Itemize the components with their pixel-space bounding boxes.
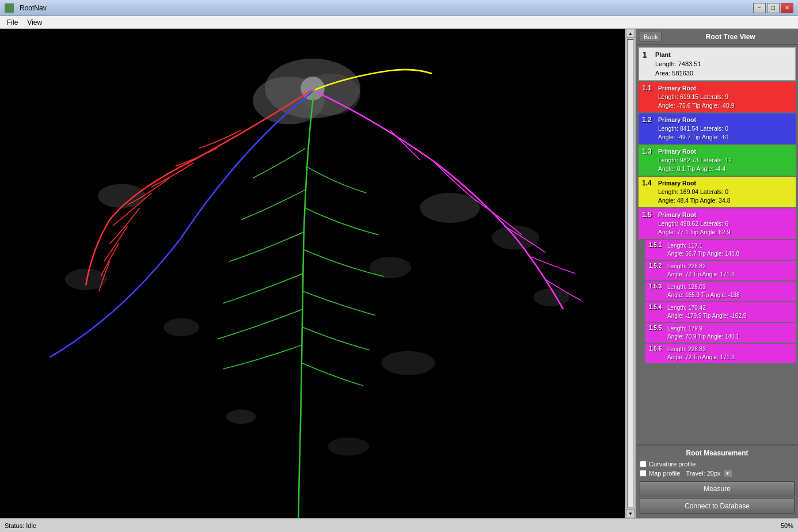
root-card-1-3[interactable]: 1.3 Primary Root Length: 982.73 Laterals… [639, 145, 796, 176]
measure-button[interactable]: Measure [640, 481, 795, 496]
minimize-button[interactable]: − [753, 3, 766, 13]
subroot-id-1-5-1: 1.5.1 [649, 242, 665, 258]
svg-point-5 [420, 193, 480, 223]
subroot-card-1-5-5[interactable]: 1.5.5 Length: 179.9 Angle: 70.9 Tip Angl… [645, 323, 796, 343]
titlebar: RootNav − □ ✕ [0, 0, 798, 16]
right-scrollbar[interactable]: ▲ ▼ [625, 29, 636, 518]
right-panel: Back Root Tree View 1 Plant Length: 7483… [636, 29, 798, 518]
subroot-info-1-5-1: Length: 117.1 Angle: 56.7 Tip Angle: 148… [667, 242, 739, 258]
plant-number: 1 [643, 50, 652, 78]
scroll-down-button[interactable]: ▼ [626, 509, 635, 518]
measurement-section: Root Measurement Curvature profile Map p… [636, 444, 798, 518]
subroot-id-1-5-6: 1.5.6 [649, 345, 665, 362]
travel-dropdown[interactable]: ▼ [723, 469, 732, 477]
app-icon [5, 3, 14, 13]
titlebar-title: RootNav [20, 4, 47, 12]
tree-view-header: Back Root Tree View [636, 29, 798, 45]
svg-point-8 [381, 351, 435, 375]
root-visualization [0, 29, 625, 518]
map-checkbox[interactable] [640, 470, 647, 477]
plant-area: Area: 581630 [655, 69, 701, 78]
root-info-1-1: Primary Root Length: 619.15 Laterals: 9 … [658, 84, 735, 110]
subroot-card-1-5-6[interactable]: 1.5.6 Length: 228.83 Angle: 72 Tip Angle… [645, 344, 796, 363]
root-id-1-3: 1.3 [642, 147, 656, 173]
curvature-row: Curvature profile [640, 461, 795, 468]
close-button[interactable]: ✕ [781, 3, 793, 13]
subroot-info-1-5-4: Length: 170.42 Angle: -179.5 Tip Angle: … [667, 304, 746, 320]
root-info-1-3: Primary Root Length: 982.73 Laterals: 12… [658, 147, 732, 173]
root-info-1-2: Primary Root Length: 841.54 Laterals: 0 … [658, 116, 729, 142]
measurement-title: Root Measurement [640, 449, 795, 457]
root-info-1-5: Primary Root Length: 498.62 Laterals: 6 … [658, 211, 731, 237]
root-id-1-5: 1.5 [642, 211, 656, 237]
map-row: Map profile Travel: 20px ▼ [640, 469, 795, 477]
plant-name: Plant [655, 50, 701, 59]
subroot-id-1-5-5: 1.5.5 [649, 325, 665, 341]
subroot-info-1-5-2: Length: 228.83 Angle: 72 Tip Angle: 171.… [667, 263, 735, 279]
back-button[interactable]: Back [640, 32, 662, 42]
connect-database-button[interactable]: Connect to Database [640, 499, 795, 514]
menu-file[interactable]: File [2, 17, 22, 28]
svg-point-7 [164, 318, 199, 336]
map-label: Map profile [649, 470, 680, 477]
subroot-card-1-5-3[interactable]: 1.5.3 Length: 126.03 Angle: 165.9 Tip An… [645, 282, 796, 301]
titlebar-left: RootNav [5, 3, 47, 13]
tree-scroll-area[interactable]: 1 Plant Length: 7483.51 Area: 581630 1.1… [636, 45, 798, 444]
scroll-up-button[interactable]: ▲ [626, 29, 635, 38]
root-card-1-2[interactable]: 1.2 Primary Root Length: 841.54 Laterals… [639, 113, 796, 144]
root-info-1-4: Primary Root Length: 169.04 Laterals: 0 … [658, 179, 731, 205]
travel-label: Travel: 20px [686, 470, 720, 477]
subroot-card-1-5-2[interactable]: 1.5.2 Length: 228.83 Angle: 72 Tip Angle… [645, 261, 796, 280]
root-id-1-1: 1.1 [642, 84, 656, 110]
plant-length: Length: 7483.51 [655, 59, 701, 69]
root-id-1-2: 1.2 [642, 116, 656, 142]
svg-point-9 [226, 409, 256, 424]
subroot-card-1-5-1[interactable]: 1.5.1 Length: 117.1 Angle: 56.7 Tip Angl… [645, 240, 796, 260]
svg-point-6 [369, 257, 411, 278]
subroot-id-1-5-3: 1.5.3 [649, 283, 665, 299]
subroot-info-1-5-6: Length: 228.83 Angle: 72 Tip Angle: 171.… [667, 345, 735, 362]
titlebar-controls: − □ ✕ [753, 3, 793, 13]
curvature-label: Curvature profile [649, 461, 696, 468]
root-card-1-5[interactable]: 1.5 Primary Root Length: 498.62 Laterals… [639, 208, 796, 239]
status-text: Status: Idle [5, 522, 36, 529]
root-card-1-4[interactable]: 1.4 Primary Root Length: 169.04 Laterals… [639, 177, 796, 207]
scroll-track[interactable] [627, 39, 634, 508]
curvature-checkbox[interactable] [640, 461, 647, 468]
subroot-info-1-5-5: Length: 179.9 Angle: 70.9 Tip Angle: 140… [667, 325, 739, 341]
root-card-1-1[interactable]: 1.1 Primary Root Length: 619.15 Laterals… [639, 82, 796, 112]
subroot-id-1-5-4: 1.5.4 [649, 304, 665, 320]
root-id-1-4: 1.4 [642, 179, 656, 205]
maximize-button[interactable]: □ [767, 3, 780, 13]
main-area: ▲ ▼ Back Root Tree View 1 Plant Length: … [0, 29, 798, 518]
zoom-text: 50% [781, 522, 793, 529]
svg-point-10 [328, 438, 370, 455]
subroot-card-1-5-4[interactable]: 1.5.4 Length: 170.42 Angle: -179.5 Tip A… [645, 302, 796, 322]
canvas-area [0, 29, 625, 518]
menu-view[interactable]: View [22, 17, 47, 28]
tree-view-title: Root Tree View [666, 33, 795, 41]
subroot-info-1-5-3: Length: 126.03 Angle: 165.9 Tip Angle: -… [667, 283, 740, 299]
statusbar: Status: Idle 50% [0, 518, 798, 532]
subroot-id-1-5-2: 1.5.2 [649, 263, 665, 279]
plant-info: Plant Length: 7483.51 Area: 581630 [655, 50, 701, 78]
menubar: File View [0, 16, 798, 29]
plant-card: 1 Plant Length: 7483.51 Area: 581630 [639, 47, 796, 81]
